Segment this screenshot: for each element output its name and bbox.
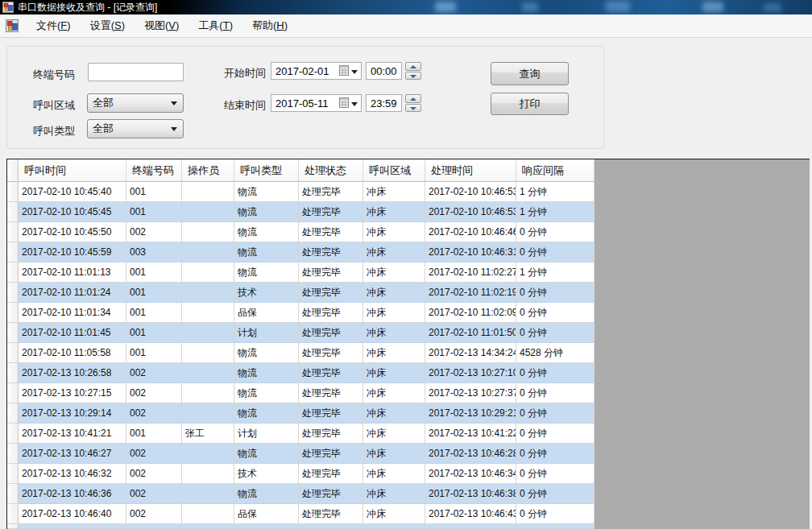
row-header[interactable]: [7, 303, 19, 323]
spinner-up-button[interactable]: [405, 94, 421, 103]
table-cell[interactable]: 冲床: [363, 484, 425, 504]
table-cell[interactable]: 1 分钟: [516, 262, 594, 283]
table-cell[interactable]: 2017-02-13 10:26:58: [19, 363, 126, 383]
row-header[interactable]: [7, 424, 19, 444]
table-cell[interactable]: 2017-02-13 10:29:21: [425, 403, 516, 424]
table-cell[interactable]: [182, 262, 234, 283]
table-cell[interactable]: 处理完毕: [299, 262, 363, 283]
table-cell[interactable]: 001: [126, 424, 182, 444]
table-cell[interactable]: 冲床: [363, 303, 425, 323]
table-cell[interactable]: 002: [126, 403, 182, 424]
end-date-picker[interactable]: 2017-05-11: [271, 94, 362, 112]
table-cell[interactable]: 物流: [234, 444, 299, 464]
menu-settings[interactable]: 设置S: [81, 14, 135, 37]
table-row[interactable]: 2017-02-13 10:46:27002物流处理完毕冲床2017-02-13…: [7, 444, 594, 464]
table-cell[interactable]: 处理完毕: [299, 363, 363, 383]
table-cell[interactable]: 冲床: [363, 283, 425, 303]
table-cell[interactable]: 0 分钟: [516, 222, 594, 242]
table-cell[interactable]: [182, 504, 234, 524]
row-header[interactable]: [7, 383, 19, 403]
table-cell[interactable]: 2017-02-10 10:45:40: [19, 182, 126, 202]
table-cell[interactable]: [182, 343, 234, 363]
table-cell[interactable]: 物流: [234, 222, 299, 242]
table-cell[interactable]: 2017-02-10 11:01:45: [19, 323, 126, 343]
table-cell[interactable]: 2017-02-10 11:01:34: [19, 303, 126, 323]
row-header[interactable]: [7, 283, 19, 303]
table-cell[interactable]: 物流: [234, 202, 299, 222]
table-cell[interactable]: [182, 202, 234, 222]
table-cell[interactable]: 0 分钟: [516, 363, 594, 383]
table-cell[interactable]: [182, 363, 234, 383]
table-cell[interactable]: 001: [126, 283, 182, 303]
table-cell[interactable]: 0 分钟: [516, 242, 594, 262]
row-header[interactable]: [7, 403, 19, 424]
spinner-down-button[interactable]: [405, 104, 421, 113]
table-cell[interactable]: 2017-02-13 10:46:32: [19, 464, 126, 484]
table-cell[interactable]: [182, 303, 234, 323]
table-cell[interactable]: 2017-02-10 10:46:53: [425, 202, 516, 222]
table-cell[interactable]: 2017-02-10 10:45:45: [19, 202, 126, 222]
table-cell[interactable]: 处理完毕: [299, 182, 363, 202]
row-header[interactable]: [7, 363, 19, 383]
table-cell[interactable]: 物流: [234, 403, 299, 424]
table-cell[interactable]: 001: [126, 202, 182, 222]
table-cell[interactable]: 冲床: [363, 182, 425, 202]
table-cell[interactable]: [182, 242, 234, 262]
table-cell[interactable]: 001: [126, 182, 182, 202]
table-cell[interactable]: 2017-02-10 11:01:13: [19, 262, 126, 283]
table-cell[interactable]: 2017-02-13 10:46:27: [19, 444, 126, 464]
table-cell[interactable]: [182, 323, 234, 343]
table-cell[interactable]: 2017-02-10 11:01:50: [425, 323, 516, 343]
table-cell[interactable]: 2017-02-13 10:29:14: [19, 403, 126, 424]
table-cell[interactable]: 002: [126, 222, 182, 242]
table-cell[interactable]: 处理完毕: [299, 424, 363, 444]
table-cell[interactable]: 冲床: [363, 444, 425, 464]
table-cell[interactable]: [182, 383, 234, 403]
table-row[interactable]: 2017-02-13 10:46:36002物流处理完毕冲床2017-02-13…: [7, 484, 594, 504]
table-cell[interactable]: 冲床: [363, 403, 425, 424]
table-cell[interactable]: 处理完毕: [299, 222, 363, 242]
table-cell[interactable]: 0 分钟: [516, 444, 594, 464]
table-cell[interactable]: 冲床: [363, 242, 425, 262]
table-cell[interactable]: 4528 分钟: [516, 343, 594, 363]
call-type-select[interactable]: 全部: [87, 119, 184, 138]
table-cell[interactable]: 002: [126, 444, 182, 464]
table-cell[interactable]: 0 分钟: [516, 464, 594, 484]
column-header-call-area[interactable]: 呼叫区域: [363, 159, 425, 182]
table-cell[interactable]: 物流: [234, 262, 299, 283]
terminal-number-input[interactable]: [88, 63, 184, 81]
table-cell[interactable]: 处理完毕: [299, 504, 363, 524]
table-cell[interactable]: 物流: [234, 182, 299, 202]
table-cell[interactable]: 2017-02-13 10:46:34: [425, 464, 516, 484]
table-row[interactable]: 2017-02-10 10:45:45001物流处理完毕冲床2017-02-10…: [7, 202, 594, 222]
table-cell[interactable]: 物流: [234, 363, 299, 383]
table-cell[interactable]: 0 分钟: [516, 424, 594, 444]
table-cell[interactable]: 1 分钟: [516, 182, 594, 202]
table-cell[interactable]: 物流: [234, 242, 299, 262]
menu-help[interactable]: 帮助H: [242, 14, 297, 37]
table-cell[interactable]: 2017-02-13 10:41:22: [425, 424, 516, 444]
table-cell[interactable]: 2017-02-13 14:34:24: [425, 343, 516, 363]
table-cell[interactable]: 002: [126, 484, 182, 504]
table-cell[interactable]: 002: [126, 383, 182, 403]
start-time-field[interactable]: 00:00: [366, 62, 402, 80]
table-cell[interactable]: 001: [126, 343, 182, 363]
table-cell[interactable]: 2017-02-10 11:05:58: [19, 343, 126, 363]
row-header[interactable]: [7, 504, 19, 524]
column-header-interval[interactable]: 响应间隔: [516, 159, 594, 182]
table-cell[interactable]: 物流: [234, 484, 299, 504]
table-cell[interactable]: 冲床: [363, 202, 425, 222]
print-button[interactable]: 打印: [491, 93, 569, 115]
table-cell[interactable]: 物流: [234, 343, 299, 363]
row-header[interactable]: [7, 262, 19, 283]
table-row[interactable]: 2017-02-10 10:45:59003物流处理完毕冲床2017-02-10…: [7, 242, 594, 262]
table-cell[interactable]: [182, 464, 234, 484]
call-area-select[interactable]: 全部: [87, 93, 184, 113]
table-cell[interactable]: 2017-02-13 10:46:28: [425, 444, 516, 464]
table-row[interactable]: 2017-02-13 10:27:15002物流处理完毕冲床2017-02-13…: [7, 383, 594, 403]
table-cell[interactable]: 2017-02-13 10:41:21: [19, 424, 126, 444]
table-cell[interactable]: 冲床: [363, 262, 425, 283]
table-row[interactable]: 2017-02-13 10:46:32002技术处理完毕冲床2017-02-13…: [7, 464, 594, 484]
spinner-up-button[interactable]: [405, 62, 421, 71]
row-header[interactable]: [7, 343, 19, 363]
